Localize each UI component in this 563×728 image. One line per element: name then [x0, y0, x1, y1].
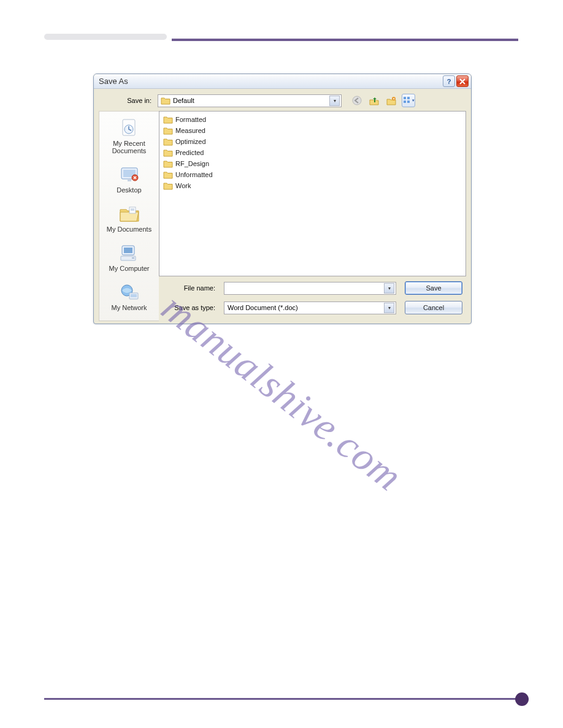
my-computer-icon [118, 243, 141, 264]
folder-name: RF_Design [175, 160, 209, 167]
savein-row: Save in: Default ▾ ✦ [99, 94, 466, 107]
folder-name: Measured [175, 127, 205, 134]
list-item[interactable]: RF_Design [163, 158, 462, 169]
folder-icon [163, 159, 173, 168]
svg-rect-3 [404, 97, 406, 99]
place-my-computer[interactable]: My Computer [100, 239, 159, 278]
list-item[interactable]: Measured [163, 125, 462, 136]
place-label: My Documents [107, 226, 151, 233]
view-menu-button[interactable]: ▾ [402, 94, 415, 107]
folder-icon [163, 126, 173, 135]
list-item[interactable]: Formatted [163, 114, 462, 125]
savein-value: Default [173, 97, 194, 104]
places-bar: My Recent Documents Desktop My Documents [99, 111, 159, 321]
folder-icon [163, 115, 173, 124]
close-button[interactable] [456, 75, 469, 87]
footer-purple-bar [44, 698, 516, 700]
dialog-title: Save As [99, 77, 128, 86]
chevron-down-icon: ▾ [329, 96, 340, 106]
footer-dot [515, 692, 529, 706]
help-button[interactable]: ? [443, 75, 455, 87]
place-my-documents[interactable]: My Documents [100, 200, 159, 239]
cancel-button-label: Cancel [423, 304, 444, 311]
folder-icon [161, 96, 170, 105]
titlebar: Save As ? [94, 74, 471, 89]
list-item[interactable]: Unformatted [163, 169, 462, 180]
svg-rect-11 [128, 179, 131, 181]
svg-point-0 [353, 96, 361, 105]
savetype-label: Save as type: [160, 304, 215, 311]
save-button-label: Save [426, 284, 441, 292]
place-desktop[interactable]: Desktop [100, 161, 159, 200]
folder-name: Unformatted [175, 171, 213, 178]
place-label: My Recent Documents [112, 140, 147, 154]
svg-rect-17 [132, 257, 134, 259]
folder-name: Optimized [175, 138, 206, 145]
bottom-controls: File name: ▾ Save Save as type: Word Doc… [159, 276, 466, 317]
my-network-icon [118, 282, 141, 303]
place-my-network[interactable]: My Network [100, 278, 159, 317]
savetype-dropdown[interactable]: Word Document (*.doc) ▾ [224, 301, 396, 314]
file-list[interactable]: Formatted Measured Optimized Predicted [159, 111, 466, 276]
back-button[interactable] [350, 94, 364, 107]
dialog-body: Save in: Default ▾ ✦ [94, 89, 471, 324]
place-recent-documents[interactable]: My Recent Documents [100, 114, 159, 161]
folder-name: Work [175, 182, 191, 189]
chevron-down-icon: ▾ [412, 98, 415, 103]
list-item[interactable]: Predicted [163, 147, 462, 158]
folder-icon [163, 181, 173, 190]
filename-input[interactable]: ▾ [224, 282, 396, 295]
chevron-down-icon: ▾ [384, 303, 394, 313]
up-one-level-button[interactable] [367, 94, 381, 107]
cancel-button[interactable]: Cancel [405, 301, 462, 314]
svg-rect-5 [404, 100, 406, 103]
folder-name: Formatted [175, 116, 206, 123]
header-grey-bar [44, 34, 167, 40]
svg-rect-15 [124, 248, 132, 253]
chevron-down-icon: ▾ [384, 283, 394, 294]
save-as-dialog: Save As ? Save in: Default ▾ [93, 74, 472, 324]
folder-icon [163, 148, 173, 157]
place-label: Desktop [117, 186, 141, 194]
save-button[interactable]: Save [405, 281, 462, 295]
savein-label: Save in: [99, 97, 154, 104]
svg-rect-4 [407, 97, 410, 99]
folder-icon [163, 170, 173, 179]
svg-rect-20 [131, 294, 137, 297]
desktop-icon [118, 164, 141, 185]
place-label: My Network [111, 304, 147, 311]
folder-name: Predicted [175, 149, 204, 156]
list-item[interactable]: Optimized [163, 136, 462, 147]
savetype-value: Word Document (*.doc) [228, 304, 298, 311]
folder-icon [163, 137, 173, 146]
svg-rect-6 [407, 100, 410, 103]
filename-label: File name: [160, 284, 215, 292]
header-purple-bar [172, 39, 518, 41]
place-label: My Computer [109, 265, 149, 272]
new-folder-button[interactable]: ✦ [385, 94, 398, 107]
list-item[interactable]: Work [163, 180, 462, 191]
my-documents-icon [118, 203, 141, 224]
savein-dropdown[interactable]: Default ▾ [158, 94, 342, 107]
file-pane: Formatted Measured Optimized Predicted [159, 111, 466, 321]
svg-text:✦: ✦ [393, 97, 395, 100]
recent-documents-icon [118, 118, 141, 138]
dialog-middle: My Recent Documents Desktop My Documents [99, 111, 466, 321]
